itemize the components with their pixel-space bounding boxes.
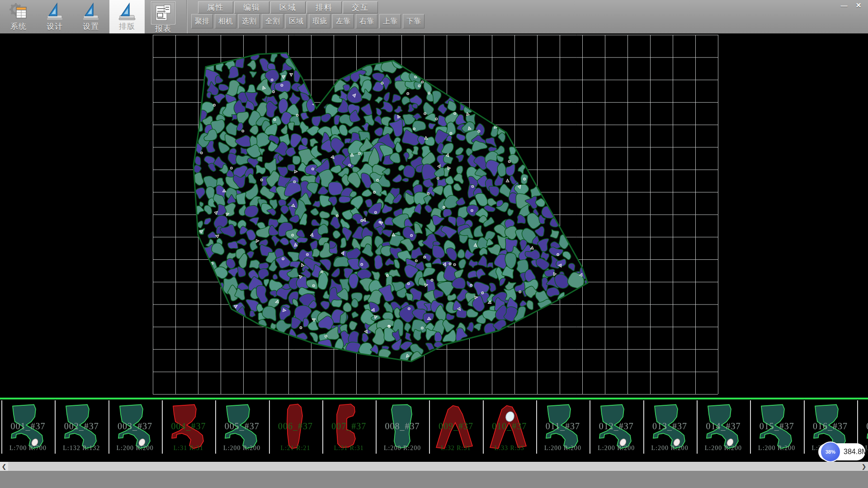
tool-button-1[interactable]: 聚排	[191, 14, 213, 28]
piece-lr-count-label: L:700 R:700	[2, 445, 54, 452]
piece-id-label: 010_#37	[484, 421, 535, 432]
piece-lr-count-label: L:33 R:33	[484, 445, 535, 452]
tab-label: 报表	[155, 24, 171, 33]
piece-lr-count-label: L:31 R:31	[323, 445, 375, 452]
ribbon-header: 系统设计设置排版报表 属性编辑区域排料交互 聚排相机选割全割区域瑕疵左靠右靠上靠…	[0, 0, 868, 34]
tool-button-4[interactable]: 全割	[262, 14, 283, 28]
piece-id-label: 014_#37	[698, 421, 749, 432]
piece-id-label: 012_#37	[590, 421, 642, 432]
tab-label: 设计	[47, 22, 63, 31]
menu-button-3[interactable]: 区域	[270, 1, 306, 14]
piece-id-label: 005_#37	[216, 421, 268, 432]
nesting-workspace-canvas[interactable]	[0, 33, 868, 398]
design-setsquare-icon	[44, 1, 65, 22]
tool-row: 聚排相机选割全割区域瑕疵左靠右靠上靠下靠	[191, 14, 426, 28]
menu-row: 属性编辑区域排料交互	[198, 1, 379, 13]
piece-id-label: 007_#37	[323, 421, 375, 432]
app-window: 系统设计设置排版报表 属性编辑区域排料交互 聚排相机选割全割区域瑕疵左靠右靠上靠…	[0, 0, 868, 488]
tool-button-6[interactable]: 瑕疵	[309, 14, 330, 28]
menu-button-1[interactable]: 属性	[198, 1, 233, 14]
piece-lr-count-label: L:21 R:21	[270, 445, 321, 452]
memory-usage-badge[interactable]: 38% 384.8M	[818, 443, 865, 460]
piece-thumbnail-strip: 001_#37L:700 R:700002_#37L:132 R:132003_…	[0, 398, 868, 455]
piece-id-label: 008_#37	[377, 421, 428, 432]
piece-id-label: 017_#37	[858, 421, 868, 432]
piece-lr-count-label: L:200 R:200	[590, 445, 642, 452]
piece-thumbnail-9[interactable]: 009_#37L:32 R:31	[429, 400, 481, 454]
piece-lr-count-label: L:200 R:200	[216, 445, 268, 452]
piece-id-label: 006_#37	[270, 421, 321, 432]
piece-lr-count-label: L:32 R:31	[430, 445, 481, 452]
piece-thumbnail-8[interactable]: 008_#37L:200 R:200	[376, 400, 428, 454]
tab-2[interactable]: 设计	[37, 0, 72, 33]
piece-lr-count-label: L:200 R:200	[751, 445, 802, 452]
window-controls: — ✕	[838, 1, 864, 10]
tool-button-5[interactable]: 区域	[285, 14, 307, 28]
piece-thumbnail-11[interactable]: 011_#37L:200 R:200	[536, 400, 589, 454]
tool-button-2[interactable]: 相机	[215, 14, 236, 28]
piece-lr-count-label: L:200 R:200	[377, 445, 428, 452]
menu-button-5[interactable]: 交互	[343, 1, 378, 14]
piece-thumbnail-12[interactable]: 012_#37L:200 R:200	[590, 400, 642, 454]
tab-1[interactable]: 系统	[1, 0, 36, 33]
piece-id-label: 004_#37	[163, 421, 214, 432]
menu-button-2[interactable]: 编辑	[234, 1, 269, 14]
piece-lr-count-label: L:200 R:200	[644, 445, 696, 452]
piece-lr-count-label: L:200 R:200	[109, 445, 161, 452]
piece-thumbnail-10[interactable]: 010_#37L:33 R:33	[483, 400, 535, 454]
piece-thumbnail-1[interactable]: 001_#37L:700 R:700	[1, 400, 54, 454]
piece-thumbnail-14[interactable]: 014_#37L:200 R:200	[697, 400, 749, 454]
piece-lr-count-label: L:200 R:200	[537, 445, 589, 452]
tab-4[interactable]: 排版	[109, 0, 145, 33]
progress-circle: 38%	[820, 441, 841, 462]
tool-button-8[interactable]: 右靠	[356, 14, 377, 28]
tab-label: 系统	[10, 22, 27, 31]
scroll-right-icon[interactable]: ❯	[860, 462, 868, 471]
piece-id-label: 013_#37	[644, 421, 696, 432]
piece-id-label: 009_#37	[430, 421, 481, 432]
header-divider	[186, 0, 188, 33]
piece-lr-count-label: L:31 R:31	[163, 445, 214, 452]
piece-lr-count-label: L:132 R:132	[56, 445, 107, 452]
horizontal-scrollbar[interactable]: ❮ ❯	[0, 462, 868, 471]
window-bottom-bar	[0, 471, 868, 488]
tab-5[interactable]: 报表	[146, 0, 181, 33]
piece-id-label: 015_#37	[751, 421, 802, 432]
nesting-setsquare-icon	[117, 1, 137, 22]
piece-thumbnail-13[interactable]: 013_#37L:200 R:200	[643, 400, 696, 454]
tool-button-7[interactable]: 左靠	[332, 14, 354, 28]
piece-lr-count-label: L:200 R:200	[698, 445, 749, 452]
piece-thumbnail-5[interactable]: 005_#37L:200 R:200	[215, 400, 268, 454]
piece-thumbnail-7[interactable]: 007_#37L:31 R:31	[322, 400, 375, 454]
memory-value: 384.8M	[844, 443, 868, 460]
piece-id-label: 002_#37	[56, 421, 107, 432]
piece-id-label: 003_#37	[109, 421, 161, 432]
tab-label: 设置	[83, 22, 99, 31]
piece-id-label: 011_#37	[537, 421, 589, 432]
piece-thumbnail-4[interactable]: 004_#37L:31 R:31	[162, 400, 214, 454]
menu-button-4[interactable]: 排料	[307, 1, 342, 14]
tool-button-9[interactable]: 上靠	[379, 14, 401, 28]
minimize-button[interactable]: —	[838, 1, 850, 10]
report-document-icon	[151, 1, 175, 24]
close-button[interactable]: ✕	[853, 1, 864, 10]
tool-button-3[interactable]: 选割	[238, 14, 260, 28]
system-gear-icon	[8, 1, 29, 22]
progress-percent: 38%	[826, 449, 835, 455]
piece-thumbnail-3[interactable]: 003_#37L:200 R:200	[108, 400, 161, 454]
scroll-left-icon[interactable]: ❮	[0, 462, 8, 471]
settings-setsquare-icon	[80, 1, 101, 22]
piece-id-label: 001_#37	[2, 421, 54, 432]
piece-thumbnail-15[interactable]: 015_#37L:200 R:200	[750, 400, 802, 454]
tool-button-10[interactable]: 下靠	[403, 14, 425, 28]
piece-thumbnail-6[interactable]: 006_#37L:21 R:21	[269, 400, 321, 454]
piece-id-label: 016_#37	[805, 421, 856, 432]
tab-label: 排版	[119, 22, 135, 31]
piece-thumbnail-2[interactable]: 002_#37L:132 R:132	[55, 400, 107, 454]
tab-3[interactable]: 设置	[73, 0, 108, 33]
